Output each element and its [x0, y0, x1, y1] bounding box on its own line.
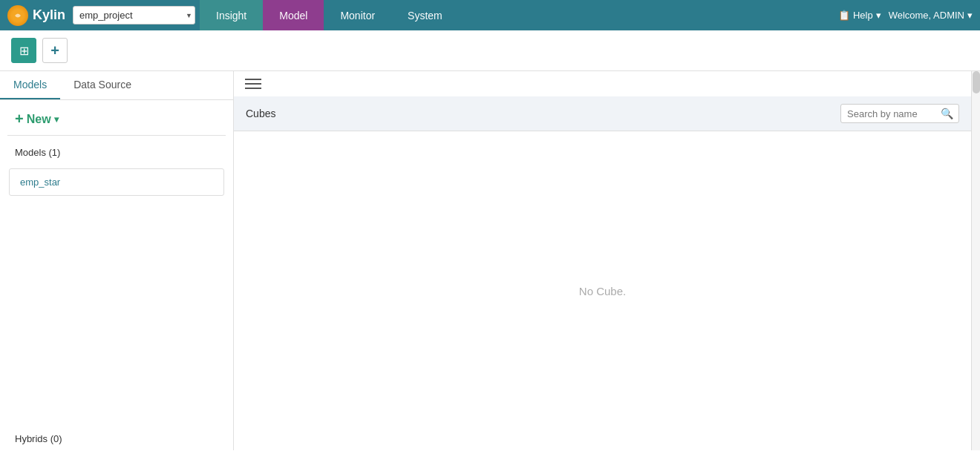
welcome-button[interactable]: Welcome, ADMIN ▾ [889, 10, 973, 21]
new-label: New [27, 113, 51, 126]
hamburger-line-3 [245, 88, 261, 89]
hybrids-title: Hybrids (0) [15, 433, 62, 444]
cubes-icon: ⊞ [19, 44, 29, 58]
models-title: Models (1) [15, 147, 60, 158]
models-section: Models (1) [0, 136, 233, 164]
welcome-label: Welcome, ADMIN [889, 10, 964, 21]
search-icon: 🔍 [941, 108, 953, 119]
tab-datasource[interactable]: Data Source [60, 71, 145, 99]
new-button[interactable]: + New ▾ [0, 100, 233, 135]
nav-tab-system[interactable]: System [391, 0, 459, 30]
cubes-icon-button[interactable]: ⊞ [11, 38, 36, 63]
add-icon-button[interactable]: + [42, 38, 68, 63]
help-label: Help [853, 10, 873, 21]
brand-name: Kylin [33, 7, 65, 23]
cubes-header: Cubes 🔍 [234, 96, 971, 131]
kylin-logo-icon [11, 9, 24, 22]
help-icon: 📋 [838, 10, 850, 21]
hamburger-line-1 [245, 79, 261, 80]
cubes-label: Cubes [246, 108, 275, 119]
model-list: emp_star [0, 164, 233, 203]
model-item[interactable]: emp_star [9, 168, 224, 196]
brand: Kylin [7, 5, 65, 26]
navbar-right: 📋 Help ▾ Welcome, ADMIN ▾ [838, 10, 973, 21]
new-arrow-icon: ▾ [54, 114, 59, 125]
hamburger-button[interactable] [245, 79, 261, 89]
content-area: Models Data Source + New ▾ Models (1) em… [0, 71, 980, 450]
search-box: 🔍 [840, 104, 959, 123]
right-panel: Cubes 🔍 No Cube. [234, 71, 971, 450]
help-button[interactable]: 📋 Help ▾ [838, 10, 881, 21]
new-plus-icon: + [15, 111, 24, 128]
nav-tab-model[interactable]: Model [263, 0, 324, 30]
nav-tabs: Insight Model Monitor System [200, 0, 459, 30]
add-icon: + [50, 42, 59, 59]
main-toolbar: ⊞ + [0, 30, 980, 71]
nav-tab-monitor[interactable]: Monitor [324, 0, 391, 30]
nav-tab-insight[interactable]: Insight [200, 0, 263, 30]
project-select-wrap[interactable]: emp_project [73, 6, 198, 24]
navbar: Kylin emp_project Insight Model Monitor … [0, 0, 980, 30]
kylin-logo [7, 5, 28, 26]
help-caret: ▾ [876, 10, 881, 21]
right-toolbar [234, 71, 971, 96]
welcome-caret: ▾ [967, 10, 973, 21]
left-tabs: Models Data Source [0, 71, 233, 100]
no-cube-text: No Cube. [579, 285, 626, 297]
no-cube-message: No Cube. [234, 131, 971, 450]
project-select[interactable]: emp_project [73, 6, 195, 24]
hamburger-line-2 [245, 83, 261, 85]
scrollbar-thumb[interactable] [973, 71, 980, 93]
tab-models[interactable]: Models [0, 71, 60, 99]
search-input[interactable] [847, 108, 936, 119]
left-panel: Models Data Source + New ▾ Models (1) em… [0, 71, 234, 450]
hybrids-section: Hybrids (0) [0, 422, 233, 450]
scrollbar[interactable] [971, 71, 980, 450]
